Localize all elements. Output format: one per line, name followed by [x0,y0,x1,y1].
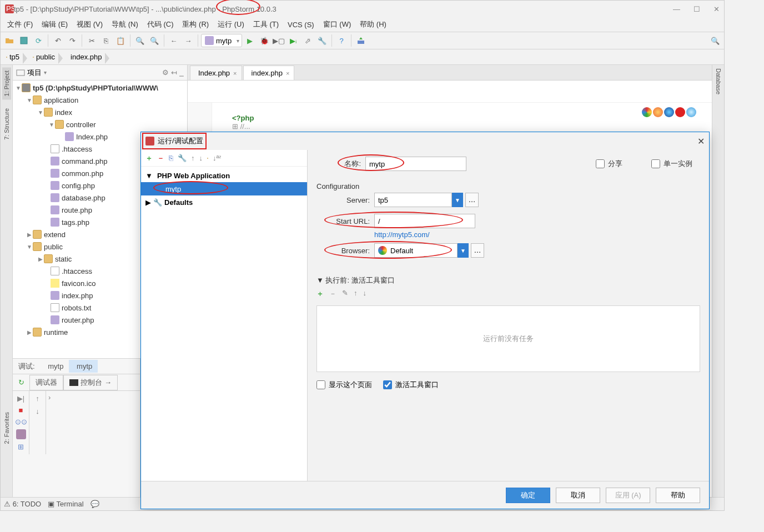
server-dropdown-icon[interactable]: ▼ [452,193,463,207]
redo-icon[interactable]: ↷ [66,34,79,47]
activate-tool-checkbox[interactable]: 激活工具窗口 [383,380,439,390]
safari-icon[interactable] [664,107,674,117]
tree-node-mytp[interactable]: mytp [141,182,307,195]
collapse-icon[interactable]: ↤ [171,68,177,77]
sort-icon[interactable]: ↓ªᶻ [213,154,222,162]
find-icon[interactable]: 🔍 [133,34,147,47]
task-up-icon[interactable]: ↑ [354,289,358,299]
close-tab-icon[interactable]: × [233,70,237,77]
tab-project[interactable]: 1: Project [2,67,11,99]
menu-edit[interactable]: 编辑 (E) [38,18,71,31]
task-add-icon[interactable]: ＋ [316,289,324,299]
resume-icon[interactable]: ▶| [17,394,24,403]
ie-icon[interactable] [686,107,696,117]
mute-bp-icon[interactable] [16,429,26,439]
menu-run[interactable]: 运行 (U) [214,18,248,31]
hide-icon[interactable]: ⎯ [179,68,184,77]
minimize-icon[interactable]: — [673,5,680,13]
single-instance-checkbox[interactable]: 单一实例 [651,159,696,169]
menu-window[interactable]: 窗口 (W) [320,18,355,31]
undo-icon[interactable]: ↶ [51,34,64,47]
editor-tab[interactable]: Index.php× [190,66,242,80]
copy-icon[interactable]: ⎘ [169,154,173,162]
debugger-tab[interactable]: 调试器 [29,375,63,390]
editor-tab[interactable]: index.php× [243,66,295,80]
server-select[interactable]: tp5 [374,193,452,207]
forward-icon[interactable]: → [182,34,195,47]
close-tab-icon[interactable]: × [286,70,289,77]
chrome-icon[interactable] [642,107,652,117]
menu-help[interactable]: 帮助 (H) [356,18,390,31]
paste-icon[interactable]: 📋 [114,34,127,47]
menu-navigate[interactable]: 导航 (N) [108,18,142,31]
close-icon[interactable]: ✕ [713,5,720,13]
maximize-icon[interactable]: ☐ [693,5,700,13]
settings-icon[interactable]: 🔧 [315,34,329,47]
menu-file[interactable]: 文件 (F) [4,18,36,31]
tab-structure[interactable]: 7: Structure [2,105,11,143]
menu-vcs[interactable]: VCS (S) [284,19,318,30]
menu-refactor[interactable]: 重构 (R) [179,18,212,31]
firefox-icon[interactable] [653,107,663,117]
replace-icon[interactable]: 🔍 [148,34,161,47]
menu-tools[interactable]: 工具 (T) [250,18,282,31]
open-icon[interactable] [3,34,16,47]
layout-icon[interactable]: ⊞ [18,443,24,451]
rerun-icon[interactable]: ↻ [13,378,29,387]
debug-tab[interactable]: mytp [41,360,69,373]
tab-database[interactable]: Database [714,65,723,98]
before-launch-label[interactable]: ▼ 执行前: 激活工具窗口 [316,275,700,285]
coverage-icon[interactable]: ▶▢ [272,34,285,47]
run-icon[interactable]: ▶ [243,34,257,47]
share-checkbox[interactable]: 分享 [596,159,640,169]
cancel-button[interactable]: 取消 [556,488,600,503]
back-icon[interactable]: ← [167,34,180,47]
messages-icon[interactable]: 💬 [91,500,99,508]
upload-icon[interactable] [354,34,368,47]
debug-icon[interactable]: 🐞 [258,34,271,47]
menu-code[interactable]: 代码 (C) [144,18,177,31]
up-icon[interactable]: ↑ [36,394,39,403]
config-tree[interactable]: ▼PHP Web Application mytp ▶🔧Defaults [141,167,307,481]
menu-view[interactable]: 视图 (V) [73,18,106,31]
browser-dropdown-icon[interactable]: ▼ [458,243,469,258]
copy-icon[interactable]: ⎘ [99,34,113,47]
stop-icon[interactable]: ■ [19,406,23,414]
browser-more-button[interactable]: … [471,243,484,258]
help-icon[interactable]: ? [335,34,348,47]
down-icon[interactable]: ↓ [199,154,203,162]
run-config-selector[interactable]: mytp [201,34,242,47]
tree-node[interactable]: ▼PHP Web Application [141,169,307,182]
breadcrumb-item[interactable]: index.php [65,52,105,62]
show-page-checkbox[interactable]: 显示这个页面 [316,380,372,390]
cut-icon[interactable]: ✂ [85,34,98,47]
breadcrumb-item[interactable]: public [29,52,58,62]
breadcrumb-item[interactable]: tp5 [3,52,23,62]
server-more-button[interactable]: … [465,193,479,207]
task-remove-icon[interactable]: － [329,289,336,299]
sync-icon[interactable]: ⟳ [32,34,45,47]
help-button[interactable]: 帮助 [656,488,700,503]
add-icon[interactable]: ＋ [145,153,153,163]
apply-button[interactable]: 应用 (A) [606,488,650,503]
dialog-close-icon[interactable]: ✕ [697,136,705,147]
terminal-tab[interactable]: ▣ Terminal [48,500,84,508]
ok-button[interactable]: 确定 [506,488,550,503]
view-bp-icon[interactable]: ⊙⊙ [15,418,27,426]
down-icon[interactable]: ↓ [36,407,39,415]
todo-tab[interactable]: ⚠ 6: TODO [4,500,41,508]
task-edit-icon[interactable]: ✎ [342,289,348,299]
tab-favorites[interactable]: 2: Favorites [2,409,11,447]
up-icon[interactable]: ↑ [191,154,195,162]
folder-icon[interactable] [207,158,208,159]
task-down-icon[interactable]: ↓ [363,289,367,299]
search-icon[interactable]: 🔍 [708,34,722,47]
run2-icon[interactable]: ▶ᵢ [286,34,300,47]
browser-select[interactable]: Default [374,243,458,258]
tree-node-defaults[interactable]: ▶🔧Defaults [141,195,307,209]
debug-tab[interactable]: mytp [69,360,98,373]
starturl-input[interactable] [374,214,475,228]
gear-icon[interactable]: ⚙ [162,68,169,77]
project-header[interactable]: 项目 ▾ [16,68,47,78]
opera-icon[interactable] [675,107,685,117]
